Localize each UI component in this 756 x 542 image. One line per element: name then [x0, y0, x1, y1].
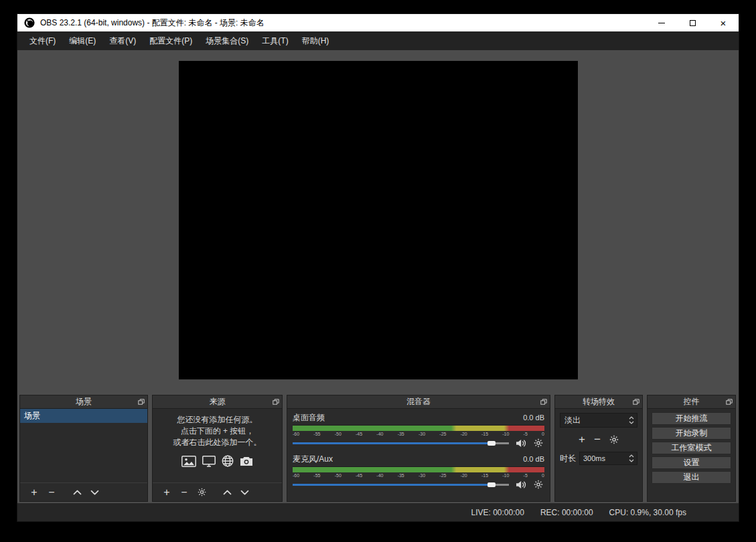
remove-transition-button[interactable]: − — [594, 434, 601, 445]
menu-profile[interactable]: 配置文件(P) — [143, 31, 199, 50]
mixer-panel-title: 混音器 — [406, 396, 431, 408]
transition-properties-button[interactable] — [609, 435, 619, 444]
transition-selected-value: 淡出 — [564, 415, 581, 426]
camera-icon — [240, 456, 253, 466]
display-icon — [202, 456, 216, 467]
sources-panel-header[interactable]: 来源 — [153, 395, 282, 409]
close-icon: × — [721, 18, 727, 28]
obs-logo-icon — [24, 17, 35, 28]
volume-slider[interactable] — [293, 440, 509, 446]
mute-button[interactable] — [516, 439, 527, 448]
settings-button[interactable]: 设置 — [652, 456, 731, 469]
mixer-panel-header[interactable]: 混音器 — [287, 395, 550, 409]
source-properties-button[interactable] — [193, 483, 210, 501]
sources-toolbar: + − — [153, 482, 282, 501]
menu-tools[interactable]: 工具(T) — [255, 31, 295, 50]
desktop-background: OBS 23.2.1 (64-bit, windows) - 配置文件: 未命名… — [0, 0, 756, 542]
channel-name: 桌面音频 — [293, 412, 325, 424]
transition-duration-row: 时长 300ms — [560, 452, 637, 465]
meter-scale: -60-55-50-45-40-35-30-25-20-15-10-50 — [293, 473, 544, 478]
transitions-panel-title: 转场特效 — [583, 396, 615, 408]
move-scene-up-button[interactable] — [68, 483, 86, 501]
menu-view[interactable]: 查看(V) — [102, 31, 143, 50]
obs-window: OBS 23.2.1 (64-bit, windows) - 配置文件: 未命名… — [17, 13, 739, 522]
mute-button[interactable] — [516, 480, 527, 489]
scene-list[interactable]: 场景 — [20, 409, 147, 482]
undock-icon[interactable] — [540, 399, 547, 405]
plus-icon: + — [579, 434, 585, 445]
preview-workspace — [17, 50, 739, 393]
move-source-up-button[interactable] — [218, 483, 236, 501]
bottom-dock: 场景 场景 + − — [17, 393, 739, 503]
undock-icon[interactable] — [138, 399, 145, 405]
transition-select[interactable]: 淡出 — [560, 413, 637, 428]
chevron-up-icon — [629, 454, 634, 458]
chevron-down-icon — [629, 459, 634, 462]
add-transition-button[interactable]: + — [579, 434, 585, 445]
duration-value: 300ms — [583, 454, 605, 462]
start-recording-button[interactable]: 开始录制 — [652, 427, 731, 440]
maximize-button[interactable] — [677, 14, 708, 31]
scenes-panel-header[interactable]: 场景 — [20, 395, 147, 409]
channel-name: 麦克风/Aux — [293, 454, 333, 465]
volume-slider[interactable] — [293, 482, 509, 488]
combo-spinner[interactable] — [626, 414, 637, 427]
gear-icon — [534, 438, 543, 448]
audio-level-meter — [293, 466, 544, 472]
undock-icon[interactable] — [633, 399, 639, 405]
maximize-icon — [690, 20, 696, 26]
gear-icon — [198, 488, 206, 496]
preview-canvas[interactable] — [179, 61, 578, 379]
controls-panel-header[interactable]: 控件 — [648, 395, 735, 409]
mixer-panel: 混音器 桌面音频 0.0 dB -60-55-50-45-40-35-30-25… — [287, 395, 550, 502]
chevron-down-icon — [240, 490, 249, 495]
volume-slider-track — [293, 442, 509, 444]
close-button[interactable]: × — [708, 14, 739, 31]
chevron-up-icon — [629, 416, 634, 420]
meter-scale: -60-55-50-45-40-35-30-25-20-15-10-50 — [293, 432, 544, 436]
start-streaming-button[interactable]: 开始推流 — [652, 412, 731, 425]
undock-icon[interactable] — [726, 399, 733, 405]
globe-icon — [222, 455, 234, 467]
gear-icon — [609, 435, 619, 444]
remove-source-button[interactable]: − — [175, 483, 193, 501]
scenes-panel: 场景 场景 + − — [19, 395, 148, 502]
menu-help[interactable]: 帮助(H) — [295, 31, 336, 50]
move-source-down-button[interactable] — [236, 483, 253, 501]
menu-edit[interactable]: 编辑(E) — [62, 31, 102, 50]
studio-mode-button[interactable]: 工作室模式 — [652, 442, 731, 454]
window-controls: × — [646, 14, 739, 31]
volume-slider-track — [293, 484, 509, 486]
exit-button[interactable]: 退出 — [652, 471, 731, 484]
mixer-channel-mic-aux: 麦克风/Aux 0.0 dB -60-55-50-45-40-35-30-25-… — [293, 454, 544, 489]
channel-settings-button[interactable] — [534, 480, 543, 489]
channel-settings-button[interactable] — [534, 438, 543, 448]
channel-db-value: 0.0 dB — [523, 414, 544, 422]
sources-panel: 来源 您还没有添加任何源。 点击下面的 + 按钮， 或者右击此处添加一个。 — [152, 395, 283, 502]
volume-slider-handle[interactable] — [487, 441, 496, 446]
speaker-icon — [516, 439, 527, 448]
menu-bar: 文件(F) 编辑(E) 查看(V) 配置文件(P) 场景集合(S) 工具(T) … — [17, 31, 739, 50]
add-scene-button[interactable]: + — [25, 483, 43, 501]
title-bar[interactable]: OBS 23.2.1 (64-bit, windows) - 配置文件: 未命名… — [17, 14, 739, 31]
add-source-button[interactable]: + — [158, 483, 175, 501]
move-scene-down-button[interactable] — [86, 483, 103, 501]
undock-icon[interactable] — [273, 399, 279, 405]
speaker-icon — [516, 480, 527, 489]
duration-label: 时长 — [560, 453, 576, 464]
scene-list-item[interactable]: 场景 — [20, 409, 147, 423]
duration-spinner[interactable] — [626, 452, 637, 464]
transitions-panel-header[interactable]: 转场特效 — [555, 395, 642, 409]
live-time: LIVE: 00:00:00 — [471, 508, 524, 517]
remove-scene-button[interactable]: − — [43, 483, 60, 501]
menu-file[interactable]: 文件(F) — [23, 31, 62, 50]
status-bar: LIVE: 00:00:00 REC: 00:00:00 CPU: 0.9%, … — [17, 503, 739, 521]
menu-scene-collection[interactable]: 场景集合(S) — [199, 31, 255, 50]
sources-empty-message[interactable]: 您还没有添加任何源。 点击下面的 + 按钮， 或者右击此处添加一个。 — [153, 409, 282, 467]
minus-icon: − — [594, 434, 601, 445]
rec-time: REC: 00:00:00 — [540, 508, 593, 517]
minimize-button[interactable] — [646, 14, 677, 31]
volume-slider-handle[interactable] — [487, 482, 496, 487]
transition-duration-input[interactable]: 300ms — [579, 452, 637, 465]
transition-actions: + − — [560, 434, 637, 445]
